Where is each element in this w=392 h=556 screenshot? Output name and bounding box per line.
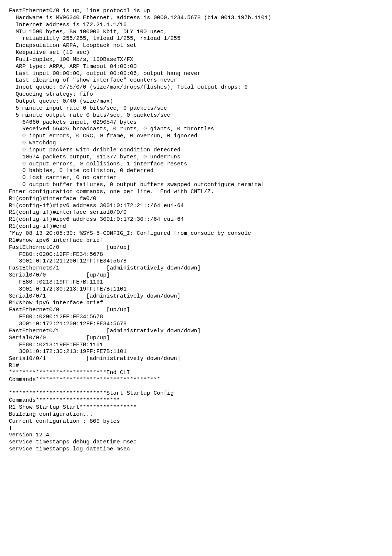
terminal-output: FastEthernet0/0 is up, line protocol is … [9,7,383,453]
